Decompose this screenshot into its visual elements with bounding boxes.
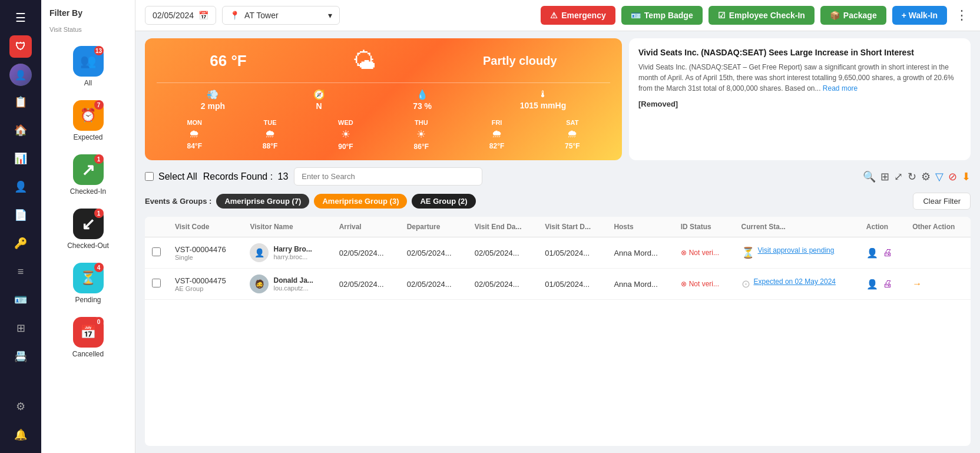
chart-nav-icon[interactable]: 📊 — [8, 146, 33, 171]
row2-visitor-email: lou.caputz... — [273, 285, 313, 292]
row1-visitor-name: Harry Bro... — [273, 245, 312, 253]
dropdown-arrow-icon: ▾ — [328, 11, 332, 20]
row1-status-link[interactable]: Visit approval is pending — [758, 246, 835, 254]
row1-print-action-icon[interactable]: 🖨 — [883, 247, 892, 258]
row1-action-icons: 👤 🖨 — [866, 247, 898, 259]
forecast-tue-icon: 🌧 — [265, 128, 276, 140]
group-tag-ameriprise-7[interactable]: Ameriprise Group (7) — [216, 194, 309, 209]
date-picker[interactable]: 02/05/2024 📅 — [145, 6, 216, 25]
row2-visitor: 🧔 Donald Ja... lou.caputz... — [243, 269, 332, 300]
more-options-button[interactable]: ⋮ — [953, 8, 971, 23]
forecast-tue: TUE 🌧 88°F — [263, 119, 277, 151]
walkin-button[interactable]: + Walk-In — [892, 6, 947, 25]
settings-nav-icon[interactable]: ⚙ — [8, 394, 33, 419]
forecast-sat-label: SAT — [566, 119, 578, 126]
group-tag-ameriprise-3[interactable]: Ameriprise Group (3) — [314, 194, 407, 209]
settings-toolbar-icon[interactable]: ⚙ — [921, 170, 931, 183]
col-action: Action — [859, 217, 905, 237]
row1-visitor-info: Harry Bro... harry.broc... — [273, 245, 312, 260]
select-all-label: Select All — [158, 171, 197, 182]
row2-checkbox[interactable] — [152, 279, 161, 287]
pending-label: Pending — [75, 296, 101, 304]
records-found-label: Records Found : 13 — [203, 171, 289, 182]
search-input[interactable] — [294, 167, 482, 186]
package-button[interactable]: 📦 Package — [820, 6, 886, 25]
expand-toolbar-icon[interactable]: ⤢ — [894, 170, 903, 183]
filter-toolbar-icon[interactable]: ▽ — [935, 170, 943, 183]
cancelled-icon: 📅 0 — [73, 317, 104, 348]
key-nav-icon[interactable]: 🔑 — [8, 231, 33, 256]
refresh-toolbar-icon[interactable]: ↻ — [908, 170, 916, 183]
read-more-link[interactable]: Read more — [823, 84, 858, 92]
row2-status-link[interactable]: Expected on 02 May 2024 — [754, 277, 836, 286]
clipboard-nav-icon[interactable]: 📋 — [8, 90, 33, 114]
main-content: 02/05/2024 📅 📍 AT Tower ▾ ⚠ Emergency 🪪 … — [135, 0, 980, 453]
compass-icon: 🧭 — [313, 89, 325, 100]
body-area: 66 °F 🌤 Partly cloudy 💨 2 mph 🧭 N — [135, 31, 980, 453]
clear-filter-toolbar-icon[interactable]: ⊘ — [948, 170, 957, 183]
sidebar-item-checkedin[interactable]: ↗ 1 Checked-In — [46, 150, 130, 200]
row2-print-action-icon[interactable]: 🖨 — [883, 279, 892, 289]
clear-filter-button[interactable]: Clear Filter — [913, 193, 971, 210]
date-value: 02/05/2024 — [153, 11, 194, 20]
search-toolbar-icon[interactable]: 🔍 — [863, 170, 876, 183]
sidebar-item-checkedout[interactable]: ↙ 1 Checked-Out — [46, 204, 130, 254]
pending-icon: ⏳ 4 — [73, 263, 104, 293]
col-current-status: Current Sta... — [734, 217, 859, 237]
group-tag-ae-2[interactable]: AE Group (2) — [412, 194, 475, 209]
document-nav-icon[interactable]: 📄 — [8, 203, 33, 227]
weather-main: 66 °F 🌤 Partly cloudy — [157, 48, 610, 74]
qr-toolbar-icon[interactable]: ⊞ — [880, 170, 889, 183]
row2-visit-code: VST-00004475 AE Group — [168, 269, 243, 300]
menu-icon[interactable]: ☰ — [11, 6, 31, 29]
location-picker[interactable]: 📍 AT Tower ▾ — [222, 6, 340, 25]
id-nav-icon[interactable]: 🪪 — [8, 287, 33, 312]
col-visit-code: Visit Code — [168, 217, 243, 237]
row1-checkbox[interactable] — [152, 247, 161, 256]
row2-arrow-action-icon[interactable]: → — [912, 279, 922, 289]
user-avatar[interactable]: 👤 — [9, 64, 32, 86]
forecast-fri: FRI 🌧 82°F — [489, 119, 504, 151]
weather-wind: 💨 2 mph — [201, 89, 225, 111]
circle-status-icon: ⊙ — [741, 277, 750, 290]
row1-user-action-icon[interactable]: 👤 — [866, 247, 878, 259]
download-toolbar-icon[interactable]: ⬇ — [962, 170, 971, 183]
not-verified-icon2: ⊗ — [681, 280, 687, 288]
list-nav-icon[interactable]: ≡ — [8, 259, 33, 284]
row2-user-action-icon[interactable]: 👤 — [866, 279, 878, 290]
emergency-button[interactable]: ⚠ Emergency — [541, 6, 615, 25]
row1-hosts: Anna Mord... — [607, 237, 673, 269]
stack-nav-icon[interactable]: ⊞ — [8, 316, 33, 340]
sidebar-item-pending[interactable]: ⏳ 4 Pending — [46, 258, 130, 309]
home-nav-icon[interactable]: 🏠 — [8, 118, 33, 143]
select-all-checkbox[interactable] — [145, 172, 154, 181]
row2-action: 👤 🖨 — [859, 269, 905, 300]
expected-label: Expected — [73, 133, 102, 141]
row1-departure: 02/05/2024... — [400, 237, 468, 269]
forecast-mon-icon: 🌧 — [189, 128, 200, 140]
row2-visit-start: 01/05/2024... — [538, 269, 607, 300]
bell-nav-icon[interactable]: 🔔 — [8, 422, 33, 447]
row1-arrival: 02/05/2024... — [332, 237, 400, 269]
col-arrival: Arrival — [332, 217, 400, 237]
humidity-value: 73 % — [413, 101, 432, 111]
temp-badge-button[interactable]: 🪪 Temp Badge — [621, 6, 703, 25]
forecast-tue-label: TUE — [264, 119, 277, 126]
sidebar-item-expected[interactable]: ⏰ 7 Expected — [46, 95, 130, 146]
location-pin-icon: 📍 — [230, 11, 240, 20]
select-all-checkbox-area: Select All — [145, 171, 197, 182]
checkedin-label: Checked-In — [70, 187, 106, 196]
forecast-wed: WED ☀ 90°F — [338, 119, 353, 151]
forecast-fri-label: FRI — [492, 119, 502, 126]
contact-nav-icon[interactable]: 📇 — [8, 344, 33, 369]
col-visit-start: Visit Start D... — [538, 217, 607, 237]
row1-visit-end: 02/05/2024... — [468, 237, 538, 269]
forecast-mon-label: MON — [187, 119, 202, 126]
col-other-action: Other Action — [905, 217, 971, 237]
employee-checkin-button[interactable]: ☑ Employee Check-In — [708, 6, 815, 25]
person-nav-icon[interactable]: 👤 — [8, 174, 33, 199]
sidebar-item-all[interactable]: 👥 13 All — [46, 41, 130, 92]
all-badge: 13 — [94, 46, 104, 55]
location-value: AT Tower — [244, 11, 279, 20]
sidebar-item-cancelled[interactable]: 📅 0 Cancelled — [46, 312, 130, 363]
